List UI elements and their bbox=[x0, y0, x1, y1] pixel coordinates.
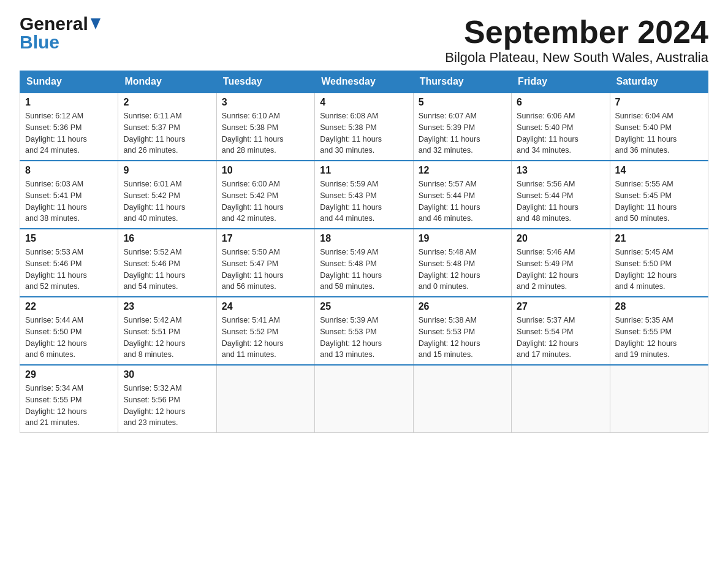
day-number: 16 bbox=[123, 233, 211, 244]
day-info: Sunrise: 5:38 AMSunset: 5:53 PMDaylight:… bbox=[419, 315, 506, 361]
day-number: 30 bbox=[123, 369, 211, 380]
calendar-header-row: Sunday Monday Tuesday Wednesday Thursday… bbox=[20, 71, 708, 93]
calendar-cell bbox=[315, 365, 413, 433]
col-friday: Friday bbox=[512, 71, 610, 93]
day-number: 26 bbox=[419, 301, 506, 312]
day-number: 15 bbox=[25, 233, 113, 244]
day-info: Sunrise: 5:50 AMSunset: 5:47 PMDaylight:… bbox=[222, 247, 309, 293]
week-row-2: 8Sunrise: 6:03 AMSunset: 5:41 PMDaylight… bbox=[20, 161, 708, 229]
logo-arrow-icon bbox=[91, 18, 100, 31]
logo: General Blue bbox=[20, 15, 100, 52]
day-number: 27 bbox=[517, 301, 604, 312]
calendar-cell: 1Sunrise: 6:12 AMSunset: 5:36 PMDaylight… bbox=[20, 93, 118, 161]
calendar-cell bbox=[413, 365, 511, 433]
day-info: Sunrise: 5:34 AMSunset: 5:55 PMDaylight:… bbox=[25, 383, 113, 429]
day-info: Sunrise: 5:41 AMSunset: 5:52 PMDaylight:… bbox=[222, 315, 309, 361]
day-number: 6 bbox=[517, 97, 604, 108]
day-info: Sunrise: 5:37 AMSunset: 5:54 PMDaylight:… bbox=[517, 315, 604, 361]
calendar-cell: 7Sunrise: 6:04 AMSunset: 5:40 PMDaylight… bbox=[610, 93, 708, 161]
day-number: 14 bbox=[615, 165, 703, 176]
day-info: Sunrise: 5:57 AMSunset: 5:44 PMDaylight:… bbox=[419, 178, 506, 224]
col-sunday: Sunday bbox=[20, 71, 118, 93]
day-info: Sunrise: 6:04 AMSunset: 5:40 PMDaylight:… bbox=[615, 110, 703, 156]
calendar-cell: 24Sunrise: 5:41 AMSunset: 5:52 PMDayligh… bbox=[216, 297, 314, 365]
calendar-cell: 27Sunrise: 5:37 AMSunset: 5:54 PMDayligh… bbox=[512, 297, 610, 365]
day-info: Sunrise: 5:39 AMSunset: 5:53 PMDaylight:… bbox=[320, 315, 408, 361]
calendar-cell: 8Sunrise: 6:03 AMSunset: 5:41 PMDaylight… bbox=[20, 161, 118, 229]
day-info: Sunrise: 5:48 AMSunset: 5:48 PMDaylight:… bbox=[419, 247, 506, 293]
location-title: Bilgola Plateau, New South Wales, Austra… bbox=[445, 50, 708, 66]
day-number: 18 bbox=[320, 233, 408, 244]
day-info: Sunrise: 5:42 AMSunset: 5:51 PMDaylight:… bbox=[123, 315, 211, 361]
title-area: September 2024 Bilgola Plateau, New Sout… bbox=[445, 15, 708, 66]
calendar-cell: 21Sunrise: 5:45 AMSunset: 5:50 PMDayligh… bbox=[610, 229, 708, 297]
calendar-cell: 23Sunrise: 5:42 AMSunset: 5:51 PMDayligh… bbox=[118, 297, 216, 365]
calendar-cell: 12Sunrise: 5:57 AMSunset: 5:44 PMDayligh… bbox=[413, 161, 511, 229]
calendar-cell: 5Sunrise: 6:07 AMSunset: 5:39 PMDaylight… bbox=[413, 93, 511, 161]
col-tuesday: Tuesday bbox=[216, 71, 314, 93]
logo-blue-text: Blue bbox=[20, 32, 59, 52]
logo-general-text: General bbox=[20, 15, 88, 33]
day-info: Sunrise: 5:55 AMSunset: 5:45 PMDaylight:… bbox=[615, 178, 703, 224]
calendar-cell: 30Sunrise: 5:32 AMSunset: 5:56 PMDayligh… bbox=[118, 365, 216, 433]
calendar-cell: 3Sunrise: 6:10 AMSunset: 5:38 PMDaylight… bbox=[216, 93, 314, 161]
page-header: General Blue September 2024 Bilgola Plat… bbox=[20, 15, 708, 66]
day-info: Sunrise: 6:11 AMSunset: 5:37 PMDaylight:… bbox=[123, 110, 211, 156]
day-number: 12 bbox=[419, 165, 506, 176]
day-number: 7 bbox=[615, 97, 703, 108]
week-row-1: 1Sunrise: 6:12 AMSunset: 5:36 PMDaylight… bbox=[20, 93, 708, 161]
day-number: 29 bbox=[25, 369, 113, 380]
day-info: Sunrise: 5:32 AMSunset: 5:56 PMDaylight:… bbox=[123, 383, 211, 429]
day-info: Sunrise: 5:53 AMSunset: 5:46 PMDaylight:… bbox=[25, 247, 113, 293]
calendar-cell: 15Sunrise: 5:53 AMSunset: 5:46 PMDayligh… bbox=[20, 229, 118, 297]
week-row-5: 29Sunrise: 5:34 AMSunset: 5:55 PMDayligh… bbox=[20, 365, 708, 433]
day-info: Sunrise: 6:03 AMSunset: 5:41 PMDaylight:… bbox=[25, 178, 113, 224]
day-number: 13 bbox=[517, 165, 604, 176]
calendar-cell: 20Sunrise: 5:46 AMSunset: 5:49 PMDayligh… bbox=[512, 229, 610, 297]
day-number: 2 bbox=[123, 97, 211, 108]
day-number: 1 bbox=[25, 97, 113, 108]
day-info: Sunrise: 6:00 AMSunset: 5:42 PMDaylight:… bbox=[222, 178, 309, 224]
day-number: 24 bbox=[222, 301, 309, 312]
calendar-cell bbox=[610, 365, 708, 433]
month-title: September 2024 bbox=[445, 15, 708, 50]
day-info: Sunrise: 5:45 AMSunset: 5:50 PMDaylight:… bbox=[615, 247, 703, 293]
calendar-cell: 13Sunrise: 5:56 AMSunset: 5:44 PMDayligh… bbox=[512, 161, 610, 229]
day-number: 4 bbox=[320, 97, 408, 108]
svg-marker-0 bbox=[91, 18, 100, 29]
calendar-cell: 16Sunrise: 5:52 AMSunset: 5:46 PMDayligh… bbox=[118, 229, 216, 297]
day-number: 23 bbox=[123, 301, 211, 312]
day-info: Sunrise: 5:46 AMSunset: 5:49 PMDaylight:… bbox=[517, 247, 604, 293]
calendar-cell: 2Sunrise: 6:11 AMSunset: 5:37 PMDaylight… bbox=[118, 93, 216, 161]
day-number: 22 bbox=[25, 301, 113, 312]
calendar-cell: 18Sunrise: 5:49 AMSunset: 5:48 PMDayligh… bbox=[315, 229, 413, 297]
calendar-cell: 4Sunrise: 6:08 AMSunset: 5:38 PMDaylight… bbox=[315, 93, 413, 161]
calendar-cell: 25Sunrise: 5:39 AMSunset: 5:53 PMDayligh… bbox=[315, 297, 413, 365]
calendar-cell: 22Sunrise: 5:44 AMSunset: 5:50 PMDayligh… bbox=[20, 297, 118, 365]
day-info: Sunrise: 6:08 AMSunset: 5:38 PMDaylight:… bbox=[320, 110, 408, 156]
calendar-cell: 28Sunrise: 5:35 AMSunset: 5:55 PMDayligh… bbox=[610, 297, 708, 365]
day-number: 11 bbox=[320, 165, 408, 176]
calendar-cell bbox=[512, 365, 610, 433]
week-row-4: 22Sunrise: 5:44 AMSunset: 5:50 PMDayligh… bbox=[20, 297, 708, 365]
day-info: Sunrise: 5:59 AMSunset: 5:43 PMDaylight:… bbox=[320, 178, 408, 224]
calendar-cell: 29Sunrise: 5:34 AMSunset: 5:55 PMDayligh… bbox=[20, 365, 118, 433]
day-info: Sunrise: 6:12 AMSunset: 5:36 PMDaylight:… bbox=[25, 110, 113, 156]
day-number: 10 bbox=[222, 165, 309, 176]
day-number: 20 bbox=[517, 233, 604, 244]
day-number: 19 bbox=[419, 233, 506, 244]
day-info: Sunrise: 6:06 AMSunset: 5:40 PMDaylight:… bbox=[517, 110, 604, 156]
calendar-cell: 6Sunrise: 6:06 AMSunset: 5:40 PMDaylight… bbox=[512, 93, 610, 161]
col-wednesday: Wednesday bbox=[315, 71, 413, 93]
day-info: Sunrise: 5:49 AMSunset: 5:48 PMDaylight:… bbox=[320, 247, 408, 293]
day-info: Sunrise: 6:07 AMSunset: 5:39 PMDaylight:… bbox=[419, 110, 506, 156]
calendar-cell: 26Sunrise: 5:38 AMSunset: 5:53 PMDayligh… bbox=[413, 297, 511, 365]
day-info: Sunrise: 6:10 AMSunset: 5:38 PMDaylight:… bbox=[222, 110, 309, 156]
day-number: 28 bbox=[615, 301, 703, 312]
day-info: Sunrise: 5:35 AMSunset: 5:55 PMDaylight:… bbox=[615, 315, 703, 361]
day-number: 17 bbox=[222, 233, 309, 244]
day-number: 8 bbox=[25, 165, 113, 176]
day-number: 5 bbox=[419, 97, 506, 108]
day-number: 21 bbox=[615, 233, 703, 244]
day-info: Sunrise: 5:52 AMSunset: 5:46 PMDaylight:… bbox=[123, 247, 211, 293]
